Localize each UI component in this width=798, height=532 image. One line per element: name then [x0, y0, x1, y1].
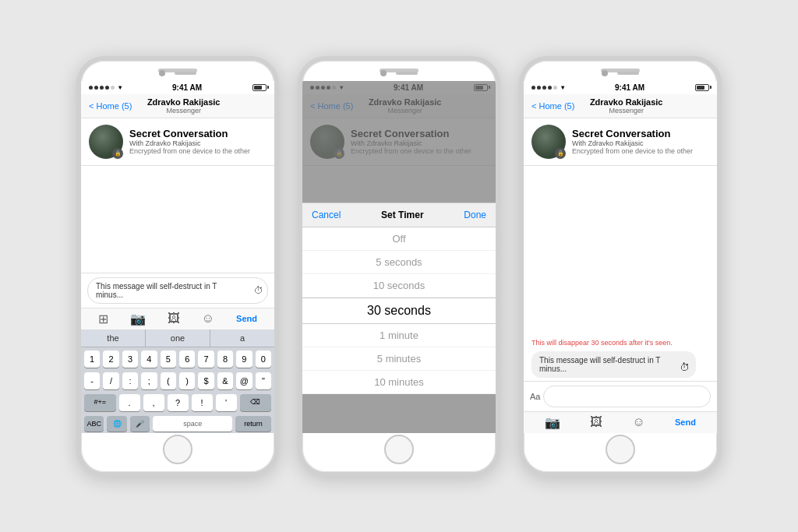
image-icon-3[interactable]: 🖼 — [590, 415, 602, 429]
key-comma[interactable]: , — [143, 394, 164, 411]
sug-3[interactable]: a — [210, 329, 274, 347]
status-right-3 — [695, 84, 709, 91]
camera-dot-2 — [380, 70, 387, 76]
back-button-3[interactable]: < Home (5) — [531, 101, 574, 111]
key-return[interactable]: return — [235, 416, 271, 432]
toolbar-1: ⊞ 📷 🖼 ☺ Send — [81, 308, 274, 329]
emoji-icon-1[interactable]: ☺ — [202, 312, 214, 326]
kb-row-1: 1 2 3 4 5 6 7 8 9 0 — [81, 347, 274, 369]
dot2-3 — [537, 86, 541, 90]
picker-5m[interactable]: 5 minutes — [302, 347, 496, 371]
key-7[interactable]: 7 — [198, 351, 214, 368]
key-5[interactable]: 5 — [161, 351, 176, 368]
phone-1: ▾ 9:41 AM < Home (5) Zdravko Rakijasic M… — [76, 56, 279, 477]
dot5-3 — [553, 86, 557, 90]
keyboard-1: the one a 1 2 3 4 5 6 7 8 9 0 - — [81, 329, 274, 433]
key-globe[interactable]: 🌐 — [107, 416, 126, 432]
status-time-3: 9:41 AM — [615, 83, 644, 92]
speaker-3 — [617, 72, 639, 75]
key-period[interactable]: . — [119, 394, 140, 411]
key-abc[interactable]: ABC — [84, 416, 104, 432]
picker-1m[interactable]: 1 minute — [302, 324, 496, 347]
key-lparen[interactable]: ( — [161, 372, 176, 389]
picker-10m[interactable]: 10 minutes — [302, 371, 496, 394]
key-3[interactable]: 3 — [122, 351, 138, 368]
key-semi[interactable]: ; — [141, 372, 157, 389]
msg-input-row-1: This message will self-destruct in T min… — [81, 273, 274, 308]
sug-1[interactable]: the — [81, 329, 146, 347]
key-amp[interactable]: & — [217, 372, 233, 389]
bubble-text-3: This message will self-destruct in T min… — [539, 356, 660, 373]
key-exclaim[interactable]: ! — [192, 394, 213, 411]
nav-name-3: Zdravko Rakijasic — [574, 97, 678, 107]
key-6[interactable]: 6 — [179, 351, 195, 368]
picker-30s[interactable]: 30 seconds — [302, 298, 496, 324]
back-button-1[interactable]: < Home (5) — [89, 101, 132, 111]
key-dollar[interactable]: $ — [198, 372, 214, 389]
camera-dot-3 — [602, 70, 608, 76]
key-1[interactable]: 1 — [84, 351, 100, 368]
send-button-1[interactable]: Send — [236, 314, 257, 323]
dot3-3 — [542, 86, 546, 90]
picker-items: Off 5 seconds 10 seconds 30 seconds 1 mi… — [302, 227, 496, 394]
key-4[interactable]: 4 — [141, 351, 157, 368]
dot4-3 — [548, 86, 552, 90]
picker-5s[interactable]: 5 seconds — [302, 251, 496, 274]
status-bar-3: ▾ 9:41 AM — [524, 81, 717, 94]
conv-sub-1: With Zdravko Rakijasic — [129, 139, 267, 147]
picker-cancel-button[interactable]: Cancel — [312, 210, 341, 220]
picker-toolbar: Cancel Set Timer Done — [302, 203, 496, 227]
camera-icon-3[interactable]: 📷 — [545, 415, 560, 430]
status-bar-1: ▾ 9:41 AM — [81, 81, 274, 94]
conv-enc-1: Encrypted from one device to the other — [129, 147, 267, 155]
key-rparen[interactable]: ) — [179, 372, 195, 389]
wifi-icon-3: ▾ — [561, 84, 564, 91]
key-0[interactable]: 0 — [256, 351, 271, 368]
key-special[interactable]: #+= — [84, 394, 116, 411]
picker-done-button[interactable]: Done — [464, 210, 486, 220]
battery-fill — [254, 86, 262, 90]
send-button-3[interactable]: Send — [675, 417, 696, 427]
speaker-2 — [396, 72, 418, 75]
key-mic[interactable]: 🎤 — [130, 416, 150, 432]
key-dash[interactable]: - — [84, 372, 100, 389]
input-aa-3[interactable]: Aa — [530, 392, 540, 401]
phone-screen-3: ▾ 9:41 AM < Home (5) Zdravko Rakijasic M… — [524, 81, 717, 433]
key-slash[interactable]: / — [103, 372, 118, 389]
key-quote[interactable]: " — [256, 372, 271, 389]
msg-input-box-3[interactable] — [543, 386, 711, 407]
picker-off[interactable]: Off — [302, 227, 496, 251]
conv-title-1: Secret Conversation — [129, 128, 267, 139]
key-colon[interactable]: : — [122, 372, 138, 389]
phone-2: ▾ 9:41 AM < Home (5) Zdravko Rakijasic M… — [298, 56, 500, 477]
msg-bubble-3: This message will self-destruct in T min… — [531, 351, 696, 378]
nav-name-1: Zdravko Rakijasic — [132, 97, 235, 107]
sug-2[interactable]: one — [146, 329, 210, 347]
battery-fill-3 — [697, 86, 704, 90]
key-8[interactable]: 8 — [217, 351, 233, 368]
key-apos[interactable]: ' — [216, 394, 237, 411]
key-2[interactable]: 2 — [103, 351, 118, 368]
timer-icon-1[interactable]: ⏱ — [254, 285, 263, 296]
key-9[interactable]: 9 — [236, 351, 252, 368]
msg-input-box-1[interactable]: This message will self-destruct in T min… — [87, 277, 268, 304]
nav-sub-1: Messenger — [132, 107, 235, 115]
key-qmark[interactable]: ? — [168, 394, 189, 411]
phone-screen-1: ▾ 9:41 AM < Home (5) Zdravko Rakijasic M… — [81, 81, 274, 433]
picker-10s[interactable]: 10 seconds — [302, 274, 496, 298]
emoji-icon-3[interactable]: ☺ — [632, 415, 644, 429]
status-time-1: 9:41 AM — [172, 83, 202, 92]
key-space[interactable]: space — [153, 416, 232, 432]
camera-icon-1[interactable]: 📷 — [130, 312, 146, 326]
kb-row-4: ABC 🌐 🎤 space return — [81, 413, 274, 433]
msg-input-row-3: Aa — [524, 381, 717, 411]
avatar-wrap-3: 🔒 — [531, 125, 566, 159]
image-icon-1[interactable]: 🖼 — [168, 312, 180, 326]
signal-dots — [89, 86, 115, 90]
key-delete[interactable]: ⌫ — [240, 394, 272, 411]
chat-area-1 — [81, 166, 274, 273]
dot1 — [89, 86, 93, 90]
conv-enc-3: Encrypted from one device to the other — [572, 147, 709, 155]
key-at[interactable]: @ — [236, 372, 252, 389]
apps-icon-1[interactable]: ⊞ — [98, 312, 108, 326]
